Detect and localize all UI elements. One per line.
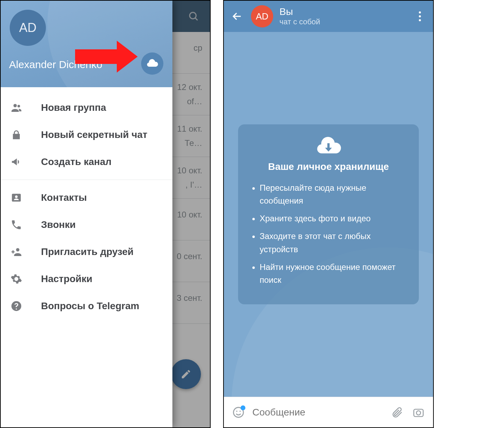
storage-bullet: Пересылайте сюда нужные сообщения: [260, 181, 407, 207]
group-icon: [10, 101, 30, 114]
menu-divider: [1, 180, 172, 180]
menu-label: Звонки: [41, 219, 76, 230]
message-input[interactable]: [252, 407, 383, 418]
storage-title: Ваше личное хранилище: [250, 161, 407, 172]
more-vertical-icon: [418, 11, 421, 22]
back-button[interactable]: [229, 9, 245, 24]
pencil-icon: [180, 369, 192, 380]
svg-point-10: [419, 15, 421, 17]
notification-dot: [241, 405, 245, 410]
search-icon[interactable]: [188, 10, 200, 22]
paperclip-icon: [391, 406, 403, 419]
svg-point-9: [419, 11, 421, 14]
lock-icon: [10, 129, 30, 141]
avatar-initials: AD: [256, 11, 268, 22]
menu-faq[interactable]: Вопросы о Telegram: [1, 293, 172, 320]
camera-icon: [412, 406, 425, 419]
menu-label: Контакты: [41, 192, 87, 203]
chat-snippet: of…: [187, 97, 202, 106]
menu-contacts[interactable]: Контакты: [1, 184, 172, 211]
svg-point-0: [190, 13, 196, 19]
storage-bullet: Найти нужное сообщение поможет поиск: [260, 261, 407, 286]
chat-title: Вы: [279, 6, 406, 17]
chat-date: 10 окт.: [177, 210, 202, 220]
user-avatar[interactable]: AD: [10, 10, 46, 46]
menu-label: Создать канал: [41, 156, 112, 167]
avatar-initials: AD: [19, 20, 36, 35]
menu-label: Настройки: [41, 273, 92, 285]
drawer-header: AD Alexander Dichenko: [1, 1, 172, 87]
svg-point-6: [16, 248, 19, 252]
cloud-download-icon: [250, 136, 407, 157]
annotation-arrow: [75, 41, 138, 73]
compose-fab[interactable]: [171, 359, 201, 389]
compose-bar: [224, 397, 433, 427]
chat-date: ср: [194, 43, 202, 53]
svg-line-1: [195, 18, 198, 20]
saved-messages-button[interactable]: [141, 52, 163, 75]
gear-icon: [10, 273, 30, 285]
svg-point-16: [416, 411, 421, 415]
menu-new-group[interactable]: Новая группа: [1, 94, 172, 121]
attach-button[interactable]: [389, 405, 405, 420]
menu-secret-chat[interactable]: Новый секретный чат: [1, 121, 172, 148]
left-screenshot: ср 12 окт. of… 11 окт. Те… 10 окт. , I'……: [0, 0, 211, 428]
chat-date: 0 сент.: [177, 252, 202, 261]
storage-bullet: Заходите в этот чат с любых устройств: [260, 230, 407, 255]
svg-point-13: [236, 411, 237, 412]
svg-point-11: [419, 19, 421, 21]
menu-label: Пригласить друзей: [41, 246, 133, 257]
menu-settings[interactable]: Настройки: [1, 265, 172, 293]
chat-title-block[interactable]: Вы чат с собой: [279, 6, 406, 26]
more-button[interactable]: [412, 9, 428, 24]
storage-bullet: Храните здесь фото и видео: [260, 212, 407, 225]
chat-appbar: AD Вы чат с собой: [224, 1, 433, 32]
menu-label: Вопросы о Telegram: [41, 301, 139, 312]
emoji-button[interactable]: [231, 405, 246, 420]
svg-point-14: [239, 411, 241, 412]
drawer-menu: Новая группа Новый секретный чат Создать…: [1, 87, 172, 320]
chat-date: 12 окт.: [177, 82, 202, 92]
svg-point-2: [14, 104, 17, 107]
arrow-left-icon: [231, 11, 243, 22]
menu-invite[interactable]: Пригласить друзей: [1, 238, 172, 265]
storage-card: Ваше личное хранилище Пересылайте сюда н…: [238, 124, 419, 304]
chat-subtitle: чат с собой: [279, 17, 406, 26]
menu-label: Новый секретный чат: [41, 129, 147, 140]
chat-date: 3 сент.: [177, 293, 202, 303]
storage-bullets: Пересылайте сюда нужные сообщения Хранит…: [250, 181, 407, 286]
chat-snippet: Те…: [185, 138, 202, 148]
menu-label: Новая группа: [41, 102, 106, 113]
svg-point-5: [15, 195, 17, 198]
help-icon: [10, 300, 30, 312]
megaphone-icon: [10, 156, 30, 168]
add-person-icon: [10, 246, 30, 258]
record-button[interactable]: [411, 405, 426, 420]
chat-date: 10 окт.: [177, 166, 202, 175]
chat-date: 11 окт.: [177, 124, 202, 134]
menu-new-channel[interactable]: Создать канал: [1, 148, 172, 175]
chat-body: Ваше личное хранилище Пересылайте сюда н…: [224, 32, 433, 397]
chat-snippet: , I'…: [185, 180, 202, 190]
menu-calls[interactable]: Звонки: [1, 211, 172, 238]
navigation-drawer: AD Alexander Dichenko Новая группа: [1, 1, 172, 427]
contact-card-icon: [10, 192, 30, 204]
svg-point-3: [17, 105, 20, 108]
chat-avatar[interactable]: AD: [251, 5, 273, 27]
cloud-icon: [146, 57, 158, 70]
phone-icon: [10, 219, 30, 231]
right-screenshot: AD Вы чат с собой Ваше личное хранилище …: [223, 0, 434, 428]
